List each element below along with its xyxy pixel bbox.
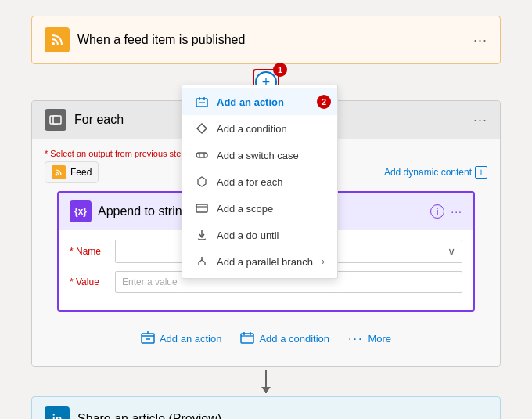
svg-rect-18 xyxy=(142,334,154,343)
feed-chip[interactable]: Feed xyxy=(45,161,99,183)
bottom-actions: Add an action Add a condition ··· xyxy=(45,324,487,353)
add-condition-label: Add a condition xyxy=(217,123,287,135)
bottom-add-condition-button[interactable]: Add a condition xyxy=(240,331,329,347)
dropdown-item-add-action[interactable]: Add an action 2 xyxy=(182,88,337,115)
bottom-add-action-button[interactable]: Add an action xyxy=(141,331,222,347)
svg-line-12 xyxy=(202,260,205,262)
dropdown-item-add-scope[interactable]: Add a scope xyxy=(182,195,337,222)
add-scope-label: Add a scope xyxy=(217,203,273,215)
badge-1: 1 xyxy=(273,63,287,77)
dropdown-item-add-condition[interactable]: Add a condition xyxy=(182,115,337,142)
action-icon xyxy=(195,95,209,109)
linkedin-title: Share an article (Preview) xyxy=(77,412,221,419)
svg-rect-8 xyxy=(196,204,207,212)
feed-chip-label: Feed xyxy=(70,167,92,178)
dropdown-item-add-dountil[interactable]: Add a do until xyxy=(182,222,337,248)
svg-rect-5 xyxy=(196,153,207,157)
append-more-button[interactable]: ··· xyxy=(451,205,462,218)
variable-icon: {x} xyxy=(70,200,92,222)
add-foreach-label: Add a for each xyxy=(217,176,283,188)
linkedin-more-button[interactable]: ··· xyxy=(473,411,487,420)
foreach-icon xyxy=(195,175,209,189)
dropdown-menu: Add an action 2 Add a condition Add a sw… xyxy=(182,85,338,279)
loop-icon xyxy=(45,109,66,131)
dropdown-item-add-foreach[interactable]: Add a for each xyxy=(182,168,337,195)
name-dropdown-arrow: ∨ xyxy=(448,245,455,258)
svg-line-11 xyxy=(199,260,202,262)
svg-rect-22 xyxy=(241,334,253,343)
add-action-label: Add an action xyxy=(217,96,284,108)
for-each-more-button[interactable]: ··· xyxy=(473,112,487,128)
bottom-action-icon xyxy=(141,331,155,347)
more-dots-icon: ··· xyxy=(348,332,363,346)
name-label: * Name xyxy=(70,246,109,257)
switch-icon xyxy=(195,148,209,162)
trigger-card: When a feed item is published ··· xyxy=(31,16,501,64)
add-dynamic-content-link[interactable]: Add dynamic content + xyxy=(384,166,487,179)
for-each-title: For each xyxy=(74,113,124,127)
scope-icon xyxy=(195,201,209,215)
svg-point-17 xyxy=(56,174,58,176)
condition-icon xyxy=(195,121,209,135)
trigger-more-button[interactable]: ··· xyxy=(473,32,487,49)
dynamic-plus-icon: + xyxy=(475,166,487,179)
badge-2: 2 xyxy=(317,95,331,109)
parallel-icon xyxy=(195,255,209,269)
trigger-title: When a feed item is published xyxy=(77,33,245,47)
dropdown-item-add-switch[interactable]: Add a switch case xyxy=(182,142,337,168)
dountil-icon xyxy=(195,228,209,242)
add-parallel-label: Add a parallel branch xyxy=(217,256,313,268)
chevron-right-icon: › xyxy=(322,256,325,267)
svg-point-0 xyxy=(52,42,55,45)
rss-icon xyxy=(45,27,70,52)
add-switch-label: Add a switch case xyxy=(217,150,299,161)
add-dountil-label: Add a do until xyxy=(217,229,279,241)
info-icon[interactable]: i xyxy=(430,204,444,219)
arrow-down-container xyxy=(31,370,501,393)
arrow-down xyxy=(265,370,267,393)
svg-rect-16 xyxy=(53,116,61,124)
value-label: * Value xyxy=(70,276,109,287)
linkedin-icon: in xyxy=(45,406,70,419)
bottom-condition-icon xyxy=(240,331,254,347)
linkedin-card: in Share an article (Preview) ··· xyxy=(31,396,501,419)
rss-chip-icon xyxy=(52,165,66,179)
dropdown-item-add-parallel[interactable]: Add a parallel branch › xyxy=(182,248,337,275)
bottom-more-button[interactable]: ··· More xyxy=(348,331,391,347)
